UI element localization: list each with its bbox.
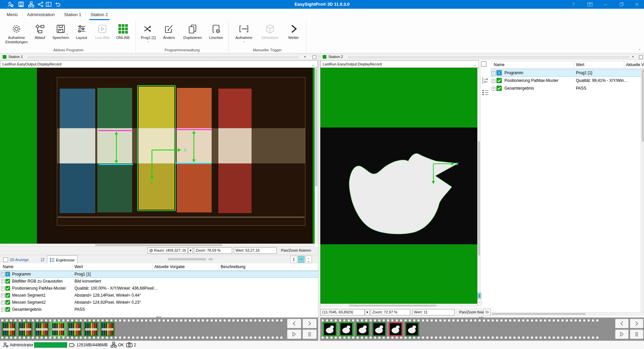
station2-results-hscrollbar[interactable] <box>490 312 644 315</box>
table-row[interactable]: + Gesamtergebnis PASS <box>0 306 318 313</box>
ribbon-button[interactable]: Aufnahme Einstellungen <box>3 21 30 44</box>
table-row[interactable]: + Positionierung PatMax-Muster Qualität:… <box>0 285 318 292</box>
ribbon-button[interactable]: Ändern <box>159 21 179 40</box>
tab-2d-anzeige[interactable]: 2D Anzeige <box>1 256 31 264</box>
checkbox-icon[interactable] <box>3 257 8 262</box>
panel-menu-arrow-icon[interactable]: ▼ <box>632 55 634 58</box>
dropdown-caret-icon[interactable]: ⌄ <box>147 40 150 43</box>
dropdown-caret-icon[interactable]: ⌄ <box>243 40 245 43</box>
filmstrip-frame-selected[interactable] <box>51 322 65 337</box>
results-panel-icon[interactable] <box>482 89 489 96</box>
column-header[interactable]: Name <box>494 62 504 67</box>
menu-tab[interactable]: Station 1 <box>59 9 86 21</box>
filmstrip-delete-button[interactable] <box>630 330 643 339</box>
expand-icon[interactable]: + <box>492 71 495 75</box>
stations-tree-icon[interactable] <box>28 1 34 7</box>
filmstrip-delete-button[interactable] <box>303 330 317 339</box>
panel-maximize-icon[interactable] <box>313 55 316 59</box>
filmstrip-frame[interactable] <box>67 322 82 337</box>
expand-icon[interactable]: + <box>1 308 5 311</box>
station2-position-field[interactable]: (13,7045, 69,8929) <box>320 309 365 315</box>
panel-dock-horizontal-button[interactable]: ─ <box>477 299 481 305</box>
table-row[interactable]: + Gesamtergebnis PASS <box>490 85 644 92</box>
table-row[interactable]: + i Programm Prog1 [1] <box>0 271 318 278</box>
expand-status-icon[interactable] <box>484 309 490 315</box>
position-dropdown-caret[interactable]: ▾ <box>365 309 370 315</box>
station2-image-viewport[interactable]: X <box>320 68 477 304</box>
station2-header[interactable]: Station 2 ▼ <box>320 54 644 60</box>
position-dropdown-caret[interactable]: ▾ <box>188 247 193 254</box>
ribbon-button[interactable]: Duplizieren <box>179 21 206 40</box>
splitter-handle-small[interactable] <box>208 258 213 260</box>
ribbon-button[interactable]: Prog1 [1] ⌄ <box>138 21 159 43</box>
tab-ergebnisse[interactable]: Ergebnisse <box>47 255 77 264</box>
minimize-button[interactable] <box>600 0 610 9</box>
station1-zoom-field[interactable]: Zoom: 78,59 % <box>194 247 232 254</box>
expand-icon[interactable]: + <box>1 272 5 276</box>
ribbon-button[interactable]: ⌄ Speichern <box>50 21 71 40</box>
filmstrip-next-button[interactable] <box>303 319 317 328</box>
filmstrip-frame[interactable] <box>323 322 337 337</box>
panel-dock-horizontal-button[interactable]: ─ <box>298 256 305 263</box>
expand-icon[interactable]: + <box>1 280 5 283</box>
filmstrip-frame[interactable] <box>84 322 98 337</box>
ribbon-button[interactable]: ONLINE <box>113 21 133 40</box>
column-header[interactable]: Wert <box>576 62 584 67</box>
panel-maximize-icon[interactable] <box>639 55 643 59</box>
help-button[interactable]: ? <box>568 0 578 9</box>
ribbon-button[interactable]: Löschen <box>206 21 226 40</box>
swap-panels-icon[interactable] <box>482 77 489 85</box>
filmstrip-frame[interactable] <box>35 322 49 337</box>
station2-results-vscrollbar[interactable] <box>641 68 644 312</box>
expand-icon[interactable]: + <box>492 79 495 83</box>
layout-panels-icon[interactable] <box>46 1 52 7</box>
table-row[interactable]: + Bildfilter RGB zu Graustufen Bild konv… <box>0 278 318 285</box>
ribbon-button[interactable]: Layout <box>71 21 92 40</box>
menu-tab[interactable]: Menü <box>2 9 22 21</box>
column-header[interactable]: Wert <box>74 264 83 269</box>
station1-source-dropdown[interactable]: LastRun.EasyOutput.DisplayRecord ⌄ <box>0 60 318 68</box>
dropdown-caret-icon[interactable]: ⌄ <box>66 32 68 35</box>
filmstrip-frame[interactable] <box>339 322 354 337</box>
table-row[interactable]: + Messen Segment1 Abstand= 128,14Pixel, … <box>0 292 318 299</box>
table-row[interactable]: + Positionierung PatMax-Muster Qualität:… <box>490 77 644 85</box>
menu-tab[interactable]: Station 2 <box>86 9 112 21</box>
panel-dock-vertical-button[interactable]: ❙ <box>477 293 481 299</box>
splitter-handle[interactable] <box>168 258 206 260</box>
station2-horizontal-scrollbar[interactable] <box>320 304 477 307</box>
station1-vertical-scrollbar[interactable] <box>315 68 318 244</box>
ribbon-collapse-icon[interactable]: ⌃ <box>637 49 642 53</box>
station2-zoom-field[interactable]: Zoom: 72,97 % <box>371 309 410 315</box>
ribbon-button[interactable]: Weiter <box>283 21 304 40</box>
ribbon-button[interactable]: Simulation <box>257 21 283 40</box>
station2-source-dropdown[interactable]: LastRun.EasyOutput.DisplayRecord ⌄ <box>320 60 479 68</box>
filmstrip-next-button[interactable] <box>630 319 643 328</box>
station1-panzoom-fix-label[interactable]: Pan/Zoom fixieren <box>281 247 311 254</box>
column-header[interactable]: Beschreibung <box>221 264 245 269</box>
filmstrip-prev-button[interactable] <box>287 319 301 328</box>
expand-icon[interactable]: + <box>1 287 5 290</box>
filmstrip-frame[interactable] <box>18 322 33 337</box>
panel-toggle-box[interactable] <box>481 61 486 67</box>
filmstrip-play-button[interactable] <box>615 330 629 339</box>
column-header[interactable]: Aktuelle Vorgabe <box>626 62 644 67</box>
filmstrip-prev-button[interactable] <box>615 319 629 328</box>
filmstrip-frame[interactable] <box>100 322 115 337</box>
panel-splitter[interactable] <box>318 54 320 341</box>
update-window-icon[interactable] <box>585 0 595 9</box>
restore-button[interactable] <box>616 0 627 9</box>
filmstrip-frame[interactable] <box>405 322 419 337</box>
station2-value-field[interactable]: Wert: 11 <box>412 309 454 315</box>
station1-horizontal-scrollbar[interactable] <box>0 244 315 247</box>
panel-dock-vertical-button[interactable]: ❙ <box>290 256 297 263</box>
filmstrip-frame[interactable] <box>372 322 386 337</box>
ribbon-button[interactable]: Live-Bild <box>92 21 113 40</box>
expand-icon[interactable]: + <box>1 301 5 304</box>
undo-icon[interactable] <box>54 1 60 7</box>
save-zip-icon[interactable]: ZIP <box>18 1 24 7</box>
panel-expand-button[interactable]: ⌄⌄ <box>305 256 312 263</box>
table-row[interactable]: + Messen Segment2 Abstand= 124,92Pixel, … <box>0 299 318 306</box>
ribbon-button[interactable]: Ablauf <box>30 21 50 40</box>
close-icon[interactable] <box>632 0 642 9</box>
filmstrip-frame-selected[interactable] <box>388 322 403 337</box>
